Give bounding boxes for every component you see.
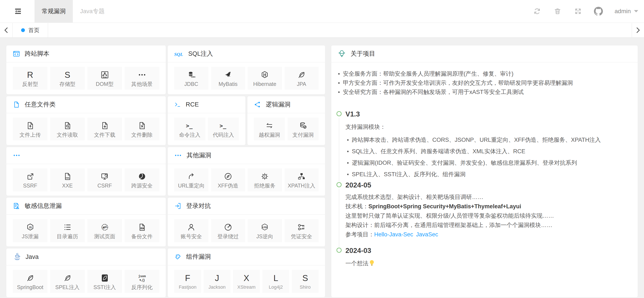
redirect-arrow-icon: [187, 171, 196, 181]
card-title: SQL注入: [188, 49, 213, 58]
tile-label: JDBC: [184, 81, 198, 87]
dos-alert-icon: [260, 171, 269, 181]
leaf-icon: [63, 273, 72, 283]
card-header: 逻辑漏洞: [248, 96, 325, 113]
tile-SSRF[interactable]: SSRF: [13, 168, 48, 191]
sidebar-collapse-button[interactable]: [8, 0, 28, 22]
tile-label: Hibernate: [253, 81, 276, 87]
tile-登录绕过[interactable]: 登录绕过: [211, 219, 245, 242]
tile-JPA[interactable]: JPA: [284, 67, 319, 90]
tab-home[interactable]: 首页: [12, 23, 48, 37]
timeline-item: 2024-03 一个想法: [336, 246, 629, 269]
card-header: 组件漏洞: [168, 249, 325, 266]
card-header: [6, 147, 166, 164]
card-rce: RCE >_命令注入>_代码注入: [168, 96, 245, 145]
tile-Jackson[interactable]: JJackson: [204, 270, 230, 293]
reference-link[interactable]: JavaSec: [416, 231, 438, 238]
refresh-button[interactable]: [527, 7, 547, 15]
timeline-line: 技术栈：SpringBoot+Spring Security+MyBatis+T…: [346, 202, 629, 211]
card-title: RCE: [186, 101, 199, 108]
cards-column-1: 跨站脚本 R反射型S存储型DOMDOM型其他场景 任意文件类 文件上传文件读取文…: [6, 45, 166, 297]
tile-越权漏洞[interactable]: 越权漏洞: [254, 118, 285, 141]
timeline-marker-circle: [336, 111, 342, 116]
tile-label: SPEL注入: [55, 284, 80, 290]
timeline-bullet: SQL注入、任意文件系列、跨服务端请求伪造、XML实体注入、RCE: [346, 146, 629, 157]
tile-JS泄漏[interactable]: JSJS泄漏: [13, 219, 48, 242]
svg-text:JS: JS: [28, 226, 32, 229]
github-link[interactable]: [588, 7, 609, 16]
nav-tab-regular-vulns[interactable]: 常规漏洞: [34, 0, 73, 22]
timeline-body: 完成系统技术选型、架构设计、相关靶场项目调研……技术栈：SpringBoot+S…: [346, 190, 629, 246]
js-hexagon-icon: JS: [26, 222, 34, 232]
tile-拒绝服务[interactable]: 拒绝服务: [248, 168, 282, 191]
tabs-scroll-left-button[interactable]: [0, 23, 12, 37]
external-link-icon: [26, 171, 34, 181]
svg-text:>_: >_: [220, 123, 226, 129]
tile-支付漏洞[interactable]: 支付漏洞: [288, 118, 318, 141]
tile-label: 其他场景: [132, 81, 153, 87]
tile-Hibernate[interactable]: Hibernate: [248, 67, 282, 90]
tile-SSTI注入[interactable]: SSTI注入: [87, 270, 122, 293]
tile-MyBatis[interactable]: MyBatis: [211, 67, 245, 90]
tile-CSRF[interactable]: CSRF: [87, 168, 122, 191]
tile-XXE[interactable]: XMLXXE: [50, 168, 85, 191]
timeline-marker-circle: [336, 182, 342, 187]
tabs-scroll-right-button[interactable]: [632, 23, 644, 37]
tile-命令注入[interactable]: >_命令注入: [174, 118, 205, 141]
tile-文件下载[interactable]: 文件下载: [87, 118, 122, 141]
tile-账号安全[interactable]: 账号安全: [174, 219, 208, 242]
tile-SPEL注入[interactable]: SPEL注入: [50, 270, 85, 293]
release-timeline: V1.3 支持漏洞模块：跨站脚本攻击、跨站请求伪造、CORS、JSONP、URL…: [336, 110, 629, 269]
card-logic: 逻辑漏洞 越权漏洞支付漏洞: [248, 96, 325, 145]
timeline-intro: 支持漏洞模块：: [346, 121, 629, 133]
fullscreen-icon: [574, 7, 582, 15]
tile-其他场景[interactable]: 其他场景: [124, 67, 159, 90]
tile-反射型[interactable]: R反射型: [13, 67, 48, 90]
tile-目录遍历[interactable]: 目录遍历: [50, 219, 85, 242]
tile-label: XPATH注入: [288, 183, 316, 188]
tile-URL重定向[interactable]: URL重定向: [174, 168, 208, 191]
tile-文件删除[interactable]: 文件删除: [124, 118, 159, 141]
fullscreen-button[interactable]: [568, 7, 588, 15]
tile-文件上传[interactable]: 文件上传: [13, 118, 48, 141]
tile-反序列化[interactable]: json↖⟨⟩反序列化: [124, 270, 159, 293]
compass-icon: [224, 171, 232, 181]
tile-label: SpringBoot: [17, 284, 44, 290]
tile-文件读取[interactable]: 文件读取: [50, 118, 85, 141]
tile-Shiro[interactable]: SShiro: [292, 270, 318, 293]
leaf-icon: [26, 273, 34, 283]
tile-JS逆向[interactable]: JSJS逆向: [248, 219, 282, 242]
tile-XPATH注入[interactable]: XPATH注入: [284, 168, 319, 191]
card-title: 登录对抗: [186, 202, 211, 210]
tile-XFF伪造[interactable]: XFF伪造: [211, 168, 245, 191]
tile-label: DOM型: [96, 81, 114, 87]
tile-测试页面[interactable]: 测试测试页面: [87, 219, 122, 242]
tile-label: URL重定向: [178, 183, 205, 188]
tile-label: 凭证安全: [291, 234, 312, 239]
card-body: >_命令注入>_代码注入: [168, 113, 245, 145]
user-menu[interactable]: admin: [614, 8, 638, 15]
trash-icon: [554, 7, 561, 15]
tile-凭证安全[interactable]: 凭证安全: [284, 219, 319, 242]
nav-tab-java-topics[interactable]: Java专题: [73, 0, 112, 22]
tile-代码注入[interactable]: >_代码注入: [208, 118, 239, 141]
tile-存储型[interactable]: S存储型: [50, 67, 85, 90]
tile-SpringBoot[interactable]: SpringBoot: [13, 270, 48, 293]
tile-DOM型[interactable]: DOMDOM型: [87, 67, 122, 90]
card-body: FFastjsonJJacksonXXStreamLLog4j2SShiro: [168, 266, 325, 297]
tile-Log4j2[interactable]: LLog4j2: [262, 270, 289, 293]
tile-Fastjson[interactable]: FFastjson: [174, 270, 201, 293]
timeline-text: 参考项目：: [346, 231, 374, 238]
clear-cache-button[interactable]: [547, 7, 568, 15]
card-xss: 跨站脚本 R反射型S存储型DOMDOM型其他场景: [6, 45, 166, 94]
reference-link[interactable]: Hello-Java-Sec: [374, 231, 413, 238]
window-code-icon: [13, 50, 20, 57]
tile-label: Log4j2: [269, 284, 283, 290]
tile-label: 目录遍历: [57, 234, 78, 239]
tile-跨源安全[interactable]: 跨源安全: [124, 168, 159, 191]
tile-XStream[interactable]: XXStream: [233, 270, 260, 293]
tile-JDBC[interactable]: JDBCJDBC: [174, 67, 208, 90]
letter-icon: R: [27, 70, 33, 80]
database-jdbc-icon: JDBC: [187, 70, 196, 80]
tile-备份文件[interactable]: ZIP备份文件: [124, 219, 159, 242]
